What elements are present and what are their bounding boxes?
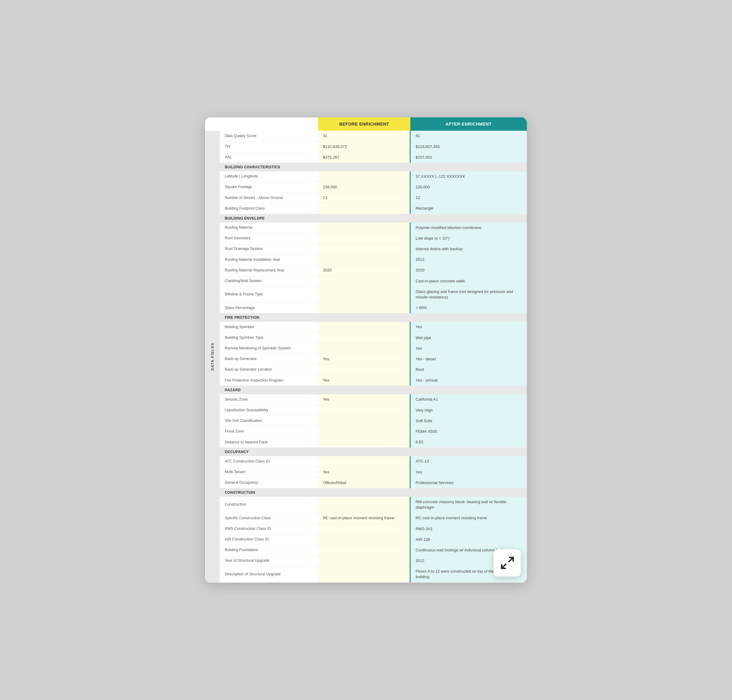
before-value bbox=[318, 322, 410, 332]
field-name: Year of Structural Upgrade bbox=[220, 556, 318, 566]
field-name: Cladding/Wall System bbox=[220, 276, 318, 286]
field-name: ATC Construction Class ID bbox=[220, 456, 318, 467]
field-name: Roofing Material Installation Year bbox=[220, 254, 318, 265]
after-value: RC cast-in-place moment resisting frame bbox=[410, 513, 527, 524]
field-name: AIR Construction Class ID bbox=[220, 534, 318, 545]
field-name: Specific Construction Class bbox=[220, 513, 318, 524]
before-value: 2020 bbox=[318, 265, 410, 276]
before-value bbox=[318, 303, 410, 313]
expand-button[interactable] bbox=[493, 549, 521, 576]
after-value: Internal drains with backup bbox=[410, 244, 527, 254]
enrichment-table: BEFORE ENRICHMENT AFTER ENRICHMENT DATA … bbox=[205, 118, 527, 582]
before-value bbox=[318, 426, 410, 437]
field-name: Seismic Zone bbox=[220, 394, 318, 405]
after-value: 2020 bbox=[410, 265, 527, 276]
before-value: 238,000 bbox=[318, 182, 410, 193]
section-header-hazard: HAZARD bbox=[220, 386, 527, 394]
before-value bbox=[318, 566, 410, 582]
after-value: Wet pipe bbox=[410, 332, 527, 343]
after-value: 12 bbox=[410, 193, 527, 203]
field-name: Roof Geometry bbox=[220, 233, 318, 244]
before-value bbox=[318, 556, 410, 566]
before-value bbox=[318, 534, 410, 545]
field-name: Construction bbox=[220, 497, 318, 513]
before-value: Yes bbox=[318, 354, 410, 364]
after-value: Yes - diesel bbox=[410, 354, 527, 364]
after-value: Rectangle bbox=[410, 203, 527, 214]
after-value: RM concrete masonry block- bearing wall … bbox=[410, 497, 527, 513]
before-value bbox=[318, 497, 410, 513]
table-wrapper: BEFORE ENRICHMENT AFTER ENRICHMENT DATA … bbox=[205, 118, 527, 582]
after-value: Soft Soils bbox=[410, 416, 527, 426]
field-name: Roof Drainage System bbox=[220, 244, 318, 254]
before-value bbox=[318, 456, 410, 467]
after-value: Cast-in-place concrete walls bbox=[410, 276, 527, 286]
section-header-building-characteristics: BUILDING CHARACTERISTICS bbox=[220, 163, 527, 171]
field-name: Building Sprinkler Type bbox=[220, 332, 318, 343]
expand-icon bbox=[498, 554, 516, 572]
before-value: $110,838,072 bbox=[318, 141, 410, 152]
after-value: Yes - annual bbox=[410, 375, 527, 386]
field-name: Distance to Nearest Fault bbox=[220, 437, 318, 448]
before-value bbox=[318, 233, 410, 244]
after-value: Roof bbox=[410, 365, 527, 375]
before-value: Yes bbox=[318, 375, 410, 386]
before-value bbox=[318, 524, 410, 534]
after-value: 2012 bbox=[410, 254, 527, 265]
field-name: Roofing Material Replacement Year bbox=[220, 265, 318, 276]
after-value: Polymer-modified bitumen membrane bbox=[410, 223, 527, 233]
field-name: Roofing Material bbox=[220, 223, 318, 233]
field-name: Liquefaction Susceptibility bbox=[220, 405, 318, 416]
before-value bbox=[318, 545, 410, 555]
field-name: Number of Stories - Above Ground bbox=[220, 193, 318, 203]
section-header-occupancy: OCCUPANCY bbox=[220, 448, 527, 456]
field-name: AAL bbox=[220, 152, 318, 163]
field-name: Latitude | Longitude bbox=[220, 171, 318, 182]
after-value: Yes bbox=[410, 322, 527, 332]
section-header-fire-protection: FIRE PROTECTION bbox=[220, 313, 527, 322]
field-name: Multi-Tenant bbox=[220, 467, 318, 477]
field-name: Glass Percentage bbox=[220, 303, 318, 313]
before-enrichment-header: BEFORE ENRICHMENT bbox=[318, 118, 410, 131]
after-enrichment-header: AFTER ENRICHMENT bbox=[410, 118, 527, 131]
before-value bbox=[318, 244, 410, 254]
field-name: Site Soil Classification bbox=[220, 416, 318, 426]
before-value: Offices/Retail bbox=[318, 477, 410, 488]
sidebar-empty-header bbox=[205, 118, 220, 131]
after-value: 37.XXXXX | -122.XXXXXXX bbox=[410, 171, 527, 182]
sidebar-label: DATA FIELDS bbox=[205, 131, 220, 582]
after-value: Glass glazing and frame (not designed fo… bbox=[410, 286, 527, 302]
after-value: AIR-139 bbox=[410, 534, 527, 545]
before-value: 13 bbox=[318, 193, 410, 203]
field-name: TIV bbox=[220, 141, 318, 152]
before-value: $375,267 bbox=[318, 152, 410, 163]
after-value: ATC-13 bbox=[410, 456, 527, 467]
before-value bbox=[318, 343, 410, 354]
before-value: Yes bbox=[318, 467, 410, 477]
field-name: Window & Frame Type bbox=[220, 286, 318, 302]
after-value: 81 bbox=[410, 131, 527, 141]
main-card: BEFORE ENRICHMENT AFTER ENRICHMENT DATA … bbox=[205, 118, 527, 582]
field-name: Fire Protection Inspection Program bbox=[220, 375, 318, 386]
after-value: Very High bbox=[410, 405, 527, 416]
field-name: Flood Zone bbox=[220, 426, 318, 437]
before-value: Yes bbox=[318, 394, 410, 405]
field-name: Square Footage bbox=[220, 182, 318, 193]
after-value: Professional Services bbox=[410, 477, 527, 488]
before-value bbox=[318, 405, 410, 416]
before-value bbox=[318, 286, 410, 302]
field-name: Back-up Generator Location bbox=[220, 365, 318, 375]
after-value: 220,000 bbox=[410, 182, 527, 193]
before-value bbox=[318, 365, 410, 375]
before-value: 31 bbox=[318, 131, 410, 141]
field-name: RMS Construction Class ID bbox=[220, 524, 318, 534]
after-value: 8.65 bbox=[410, 437, 527, 448]
after-value: Yes bbox=[410, 467, 527, 477]
after-value: Low slope (x < 10°) bbox=[410, 233, 527, 244]
field-name: Data Quality Score bbox=[220, 131, 318, 141]
field-name: Building Foundation bbox=[220, 545, 318, 555]
field-name: Description of Structural Upgrade bbox=[220, 566, 318, 582]
before-value bbox=[318, 171, 410, 182]
field-name: Building Sprinkler bbox=[220, 322, 318, 332]
before-value bbox=[318, 254, 410, 265]
